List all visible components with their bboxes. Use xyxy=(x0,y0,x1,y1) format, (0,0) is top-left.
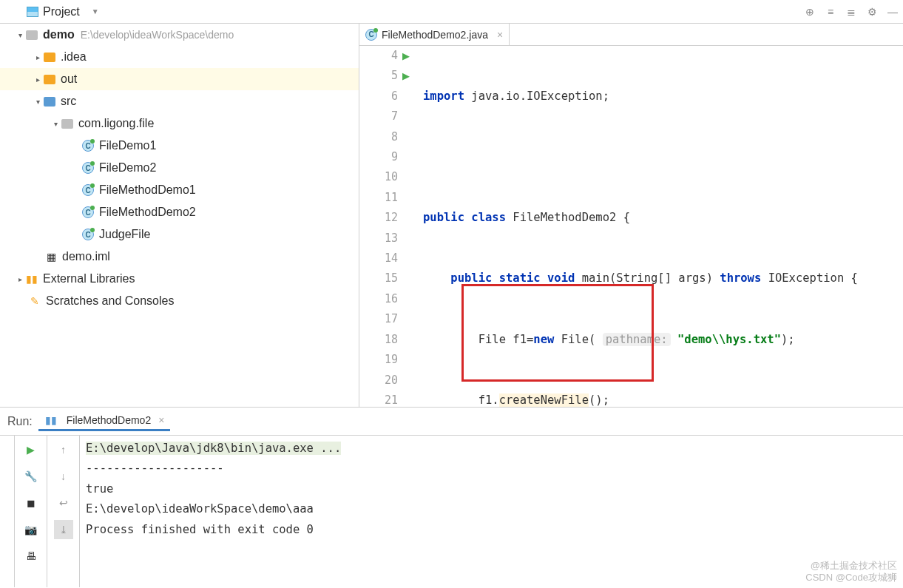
class-icon: C xyxy=(365,29,377,41)
chevron-right-icon[interactable]: ▸ xyxy=(33,53,43,61)
run-icon[interactable]: ▶ xyxy=(402,46,417,66)
soft-wrap-icon[interactable]: ↩ xyxy=(54,493,73,513)
close-icon[interactable]: × xyxy=(497,29,503,41)
file-icon: ▦ xyxy=(44,251,58,263)
run-tab[interactable]: ▮▮ FileMethodDemo2 × xyxy=(38,411,171,431)
project-tree[interactable]: ▾ demo E:\develop\ideaWorkSpace\demo ▸ .… xyxy=(0,24,359,407)
chevron-down-icon[interactable]: ▾ xyxy=(50,120,61,128)
tree-src[interactable]: ▾ src xyxy=(0,90,359,112)
run-controls: ▶ 🔧 ◼ 📷 🖶 xyxy=(15,436,47,587)
chevron-right-icon[interactable]: ▸ xyxy=(33,75,43,84)
tool-window-stripe[interactable] xyxy=(0,436,15,587)
wrench-icon[interactable]: 🔧 xyxy=(21,467,41,486)
print-icon[interactable]: 🖶 xyxy=(21,547,41,566)
run-gutter[interactable]: ▶▶ xyxy=(402,46,417,407)
editor-tabs: C FileMethodDemo2.java × xyxy=(359,24,903,46)
tree-file[interactable]: CJudgeFile xyxy=(0,223,359,246)
tree-file[interactable]: CFileMethodDemo2 xyxy=(0,201,359,223)
run-output-panel: ▶ 🔧 ◼ 📷 🖶 ↑ ↓ ↩ ⤓ E:\develop\Java\jdk8\b… xyxy=(0,435,903,587)
project-selector[interactable]: Project ▼ xyxy=(27,5,99,18)
chevron-down-icon: ▼ xyxy=(92,7,99,16)
close-icon[interactable]: × xyxy=(158,414,164,426)
project-toolbar: Project ▼ ⊕ ≡ ≣ ⚙ — xyxy=(0,0,903,24)
chevron-down-icon[interactable]: ▾ xyxy=(33,98,43,106)
code-content[interactable]: import java.io.IOException; public class… xyxy=(417,46,903,407)
chevron-down-icon[interactable]: ▾ xyxy=(15,31,25,39)
tree-file[interactable]: CFileDemo1 xyxy=(0,135,359,157)
line-numbers: 45678910111213141516171819202122 xyxy=(359,46,402,407)
run-config-icon: ▮▮ xyxy=(44,414,58,426)
code-editor[interactable]: 45678910111213141516171819202122 ▶▶ impo… xyxy=(359,46,903,407)
run-icon[interactable]: ▶ xyxy=(21,440,41,459)
hide-icon[interactable]: — xyxy=(882,1,903,22)
tree-out[interactable]: ▸ out xyxy=(0,68,359,90)
project-label-text: Project xyxy=(43,5,80,18)
run-icon[interactable]: ▶ xyxy=(402,66,417,86)
console-controls: ↑ ↓ ↩ ⤓ xyxy=(47,436,80,587)
target-icon[interactable]: ⊕ xyxy=(799,1,820,22)
tree-scratches[interactable]: ✎ Scratches and Consoles xyxy=(0,290,359,312)
tree-file[interactable]: CFileMethodDemo1 xyxy=(0,179,359,201)
down-icon[interactable]: ↓ xyxy=(54,467,73,486)
tree-file[interactable]: CFileDemo2 xyxy=(0,157,359,179)
tree-iml[interactable]: ▦ demo.iml xyxy=(0,246,359,268)
tree-ext-libs[interactable]: ▸ ▮▮ External Libraries xyxy=(0,268,359,290)
console-output[interactable]: E:\develop\Java\jdk8\bin\java.exe ... --… xyxy=(80,436,903,587)
scratches-icon: ✎ xyxy=(28,295,41,307)
camera-icon[interactable]: 📷 xyxy=(21,520,41,539)
scroll-end-icon[interactable]: ⤓ xyxy=(54,520,73,539)
project-icon xyxy=(27,7,38,17)
library-icon: ▮▮ xyxy=(25,273,38,285)
tab-filemethoddemo2[interactable]: C FileMethodDemo2.java × xyxy=(359,24,510,45)
run-label: Run: xyxy=(7,415,33,428)
expand-all-icon[interactable]: ≡ xyxy=(820,1,841,22)
run-toolbar: Run: ▮▮ FileMethodDemo2 × xyxy=(0,407,903,435)
up-icon[interactable]: ↑ xyxy=(54,440,73,459)
settings-icon[interactable]: ⚙ xyxy=(862,1,882,22)
collapse-all-icon[interactable]: ≣ xyxy=(841,1,862,22)
tree-root[interactable]: ▾ demo E:\develop\ideaWorkSpace\demo xyxy=(0,24,359,46)
stop-icon[interactable]: ◼ xyxy=(21,493,41,513)
tree-idea[interactable]: ▸ .idea xyxy=(0,46,359,68)
tree-package[interactable]: ▾ com.ligong.file xyxy=(0,112,359,135)
chevron-right-icon[interactable]: ▸ xyxy=(15,275,25,283)
